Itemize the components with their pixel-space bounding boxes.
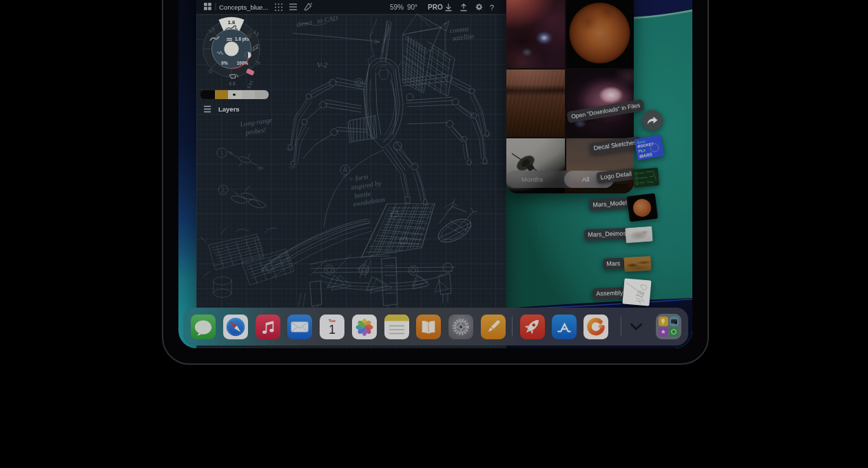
svg-text:100%: 100% — [237, 61, 249, 65]
svg-text:1: 1 — [329, 323, 335, 337]
svg-text:Tue: Tue — [329, 319, 336, 323]
svg-text:14.5: 14.5 — [247, 80, 255, 90]
svg-text:6.8: 6.8 — [229, 81, 235, 86]
svg-text:Layers: Layers — [218, 105, 240, 113]
svg-text:1.6 pts: 1.6 pts — [235, 36, 249, 42]
svg-text:0%: 0% — [221, 61, 228, 65]
svg-text:1.6: 1.6 — [227, 19, 236, 25]
